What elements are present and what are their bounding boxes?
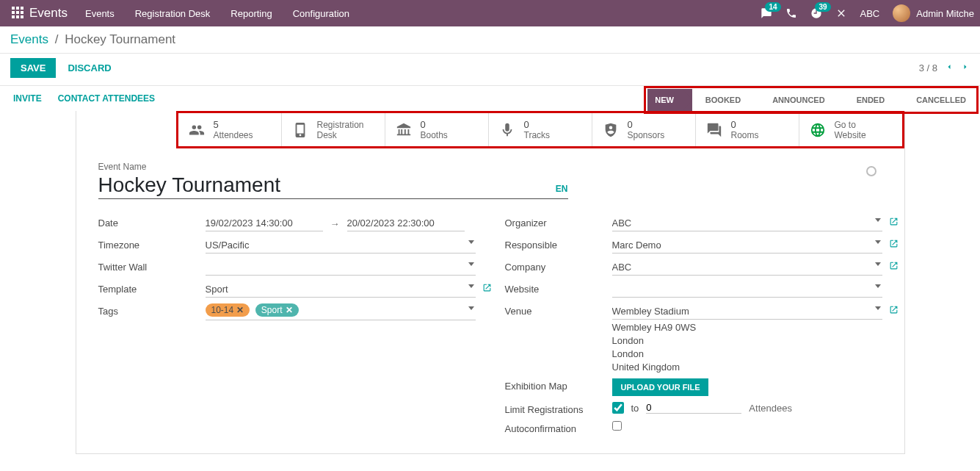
stat-rooms[interactable]: 0 Rooms [696, 113, 799, 146]
kanban-state-toggle[interactable] [866, 166, 876, 176]
messages-badge: 14 [765, 2, 780, 12]
tags-label: Tags [98, 303, 206, 317]
svg-rect-1 [16, 7, 19, 10]
status-announced[interactable]: ANNOUNCED [759, 89, 843, 111]
company-selector[interactable]: ABC [860, 8, 880, 19]
limit-suffix: Attendees [749, 403, 792, 414]
limit-registrations-checkbox[interactable] [612, 402, 624, 414]
apps-icon[interactable] [6, 7, 29, 21]
close-tray-icon[interactable] [835, 7, 847, 19]
external-link-icon[interactable] [482, 283, 492, 295]
discard-button[interactable]: DISCARD [68, 62, 111, 73]
menu-configuration[interactable]: Configuration [293, 8, 349, 19]
breadcrumb-root[interactable]: Events [10, 32, 48, 46]
svg-rect-4 [16, 11, 19, 14]
users-icon [189, 122, 205, 138]
organizer-label: Organizer [505, 215, 612, 229]
phone-icon[interactable] [785, 7, 797, 19]
stat-registration-desk[interactable]: Registration Desk [282, 113, 385, 146]
company-input[interactable] [612, 259, 882, 276]
upload-file-button[interactable]: UPLOAD YOUR FILE [612, 378, 709, 396]
event-name-label: Event Name [98, 162, 568, 172]
breadcrumb-bar: Events / Hockey Tournament [0, 26, 980, 54]
avatar [893, 4, 910, 22]
external-link-icon[interactable] [889, 261, 899, 273]
invite-button[interactable]: INVITE [13, 93, 42, 104]
messages-icon[interactable]: 14 [761, 7, 772, 19]
stat-tracks[interactable]: 0 Tracks [489, 113, 592, 146]
globe-icon [810, 122, 826, 138]
tag-10-14: 10-14✕ [206, 303, 250, 317]
event-name-input[interactable] [98, 172, 550, 198]
svg-rect-8 [21, 15, 23, 18]
stat-booths[interactable]: 0 Booths [385, 113, 489, 146]
user-name: Admin Mitche [916, 8, 974, 19]
menu-registration-desk[interactable]: Registration Desk [135, 8, 211, 19]
responsible-input[interactable] [612, 237, 882, 254]
pager-next[interactable] [961, 62, 970, 73]
date-label: Date [98, 215, 206, 229]
pager-prev[interactable] [945, 62, 954, 73]
menu-events[interactable]: Events [85, 8, 115, 19]
timezone-input[interactable] [206, 237, 476, 254]
svg-rect-0 [12, 7, 15, 10]
status-ended[interactable]: ENDED [843, 89, 904, 111]
pager: 3 / 8 [919, 62, 970, 73]
timer-icon[interactable]: 39 [810, 7, 822, 19]
date-end-input[interactable] [347, 215, 465, 231]
limit-registrations-label: Limit Registrations [505, 402, 612, 415]
autoconfirmation-label: Autoconfirmation [505, 421, 612, 434]
venue-address: Wembley HA9 0WS London London United Kin… [612, 322, 882, 373]
bank-icon [396, 122, 412, 138]
pager-text: 3 / 8 [919, 62, 937, 73]
status-booked[interactable]: BOOKED [692, 89, 759, 111]
autoconfirmation-checkbox[interactable] [612, 421, 622, 431]
action-bar: INVITE CONTACT ATTENDEES NEW BOOKED ANNO… [0, 86, 980, 111]
save-button[interactable]: SAVE [10, 58, 56, 78]
twitter-wall-label: Twitter Wall [98, 259, 206, 273]
breadcrumb-current: Hockey Tournament [65, 32, 175, 46]
tag-remove-icon[interactable]: ✕ [236, 305, 244, 315]
date-start-input[interactable] [206, 215, 323, 231]
status-bar: NEW BOOKED ANNOUNCED ENDED CANCELLED [644, 86, 979, 114]
arrow-right-icon: → [330, 218, 340, 229]
template-input[interactable] [206, 281, 476, 298]
svg-rect-7 [16, 15, 19, 18]
responsible-label: Responsible [505, 237, 612, 251]
external-link-icon[interactable] [889, 217, 899, 229]
company-label: Company [505, 259, 612, 273]
brand-title[interactable]: Events [29, 6, 68, 21]
template-label: Template [98, 281, 206, 295]
form-sheet: 5 Attendees Registration Desk 0 Booths [76, 111, 905, 454]
stat-go-to-website[interactable]: Go to Website [799, 113, 902, 146]
stat-sponsors[interactable]: 0 Sponsors [592, 113, 696, 146]
exhibition-map-label: Exhibition Map [505, 378, 612, 392]
status-cancelled[interactable]: CANCELLED [903, 89, 975, 111]
menu-reporting[interactable]: Reporting [231, 8, 272, 19]
contact-attendees-button[interactable]: CONTACT ATTENDEES [58, 93, 155, 104]
status-new[interactable]: NEW [647, 89, 692, 111]
user-menu[interactable]: Admin Mitche [893, 4, 974, 22]
website-input[interactable] [612, 281, 882, 298]
limit-value-input[interactable] [646, 402, 741, 414]
save-bar: SAVE DISCARD 3 / 8 [0, 54, 980, 86]
svg-rect-3 [12, 11, 15, 14]
svg-rect-5 [21, 11, 23, 14]
tag-remove-icon[interactable]: ✕ [286, 305, 293, 315]
top-nav: Events Events Registration Desk Reportin… [0, 0, 980, 26]
lang-badge[interactable]: EN [556, 184, 568, 194]
external-link-icon[interactable] [889, 239, 899, 251]
venue-input[interactable] [612, 303, 882, 320]
external-link-icon[interactable] [889, 305, 899, 317]
svg-rect-6 [12, 15, 15, 18]
breadcrumb: Events / Hockey Tournament [10, 32, 175, 47]
tags-input[interactable]: 10-14✕ Sport✕ [206, 303, 476, 320]
timezone-label: Timezone [98, 237, 206, 251]
limit-to-text: to [631, 403, 639, 414]
microphone-icon [499, 122, 515, 138]
main-menu: Events Registration Desk Reporting Confi… [85, 8, 349, 19]
stat-attendees[interactable]: 5 Attendees [178, 113, 282, 146]
twitter-wall-input[interactable] [206, 259, 476, 276]
organizer-input[interactable] [612, 215, 882, 231]
sponsor-icon [603, 122, 619, 138]
